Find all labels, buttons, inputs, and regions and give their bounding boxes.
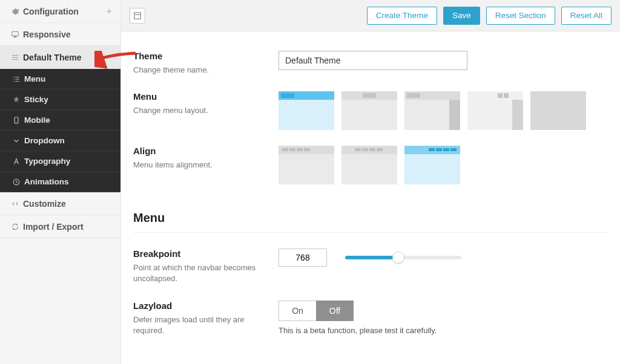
sidebar-item-configuration[interactable]: Configuration + — [0, 0, 120, 23]
expand-all-button[interactable] — [130, 8, 145, 24]
plus-icon: + — [107, 6, 112, 17]
sidebar-item-label: Dropdown — [24, 136, 112, 145]
lazyload-on-button[interactable]: On — [279, 301, 316, 321]
sidebar-item-label: Typography — [24, 157, 112, 166]
svg-point-1 — [16, 122, 16, 122]
breakpoint-input[interactable] — [279, 249, 327, 267]
sidebar-item-label: Customize — [23, 199, 112, 209]
clock-icon — [12, 178, 24, 186]
menu-layout-option-2[interactable] — [341, 91, 397, 130]
pin-icon — [12, 96, 24, 104]
mobile-icon — [12, 116, 24, 125]
sidebar-item-label: Mobile — [24, 115, 112, 125]
desktop-icon — [11, 30, 23, 39]
theme-name-input[interactable] — [279, 51, 467, 70]
sidebar-item-responsive[interactable]: Responsive — [0, 23, 120, 46]
svg-rect-3 — [134, 12, 141, 19]
submenu-mobile[interactable]: Mobile — [0, 110, 120, 131]
menu-layout-option-3[interactable] — [404, 91, 460, 130]
field-lazyload: Lazyload Defer images load until they ar… — [133, 296, 608, 347]
submenu-dropdown[interactable]: Dropdown — [0, 131, 120, 151]
field-desc: Point at which the navbar becomes uncoll… — [133, 262, 266, 284]
field-title: Menu — [133, 91, 266, 102]
field-theme: Theme Change theme name. — [133, 46, 608, 86]
lazyload-off-button[interactable]: Off — [316, 301, 354, 321]
code-icon — [11, 200, 23, 208]
field-desc: Change theme name. — [133, 65, 266, 76]
align-option-left[interactable] — [279, 146, 334, 184]
sidebar-item-label: Animations — [24, 177, 112, 186]
field-desc: Defer images load until they are require… — [133, 314, 266, 336]
sidebar-item-label: Import / Export — [23, 222, 112, 232]
font-icon — [12, 157, 24, 166]
menu-layout-option-5[interactable] — [530, 91, 586, 130]
sidebar-item-label: Menu — [24, 74, 112, 83]
field-menu-layout: Menu Change menu layout. — [133, 86, 608, 141]
align-option-center[interactable] — [341, 146, 397, 184]
field-title: Theme — [133, 51, 266, 61]
sidebar-item-label: Configuration — [23, 7, 107, 16]
field-title: Align — [133, 146, 266, 156]
field-title: Breakpoint — [133, 249, 266, 259]
topbar: Create Theme Save Reset Section Reset Al… — [121, 0, 620, 31]
sidebar-item-label: Default Theme — [23, 53, 112, 62]
field-desc: Menu items alignment. — [133, 160, 266, 171]
sidebar-item-label: Responsive — [23, 30, 112, 39]
submenu-typography[interactable]: Typography — [0, 151, 120, 172]
reset-section-button[interactable]: Reset Section — [486, 7, 555, 25]
lazyload-toggle: On Off — [279, 301, 354, 321]
content: Theme Change theme name. Menu Change men… — [121, 31, 620, 364]
field-desc: Change menu layout. — [133, 105, 266, 116]
align-option-right[interactable] — [404, 146, 460, 184]
sidebar: Configuration + Responsive Default Theme… — [0, 0, 121, 364]
refresh-icon — [11, 223, 23, 231]
sidebar-item-label: Sticky — [24, 95, 112, 104]
submenu-menu[interactable]: Menu — [0, 69, 120, 89]
field-align: Align Menu items alignment. — [133, 141, 608, 195]
field-title: Lazyload — [133, 301, 266, 311]
list-icon — [12, 75, 24, 83]
menu-layout-option-4[interactable] — [467, 91, 523, 130]
create-theme-button[interactable]: Create Theme — [367, 7, 437, 25]
submenu-sticky[interactable]: Sticky — [0, 89, 120, 110]
field-breakpoint: Breakpoint Point at which the navbar bec… — [133, 244, 608, 295]
chevron-down-icon — [12, 137, 24, 145]
breakpoint-slider[interactable] — [345, 253, 461, 262]
reset-all-button[interactable]: Reset All — [561, 7, 612, 25]
sidebar-item-customize[interactable]: Customize — [0, 192, 120, 215]
sidebar-submenu: Menu Sticky Mobile Dropdown Typography — [0, 69, 120, 192]
lazyload-hint: This is a beta function, please test it … — [279, 326, 608, 335]
menu-layout-option-1[interactable] — [279, 91, 334, 130]
sidebar-item-default-theme[interactable]: Default Theme — [0, 46, 120, 69]
section-title-menu: Menu — [133, 195, 608, 233]
gear-icon — [11, 7, 23, 16]
sidebar-item-import-export[interactable]: Import / Export — [0, 215, 120, 238]
submenu-animations[interactable]: Animations — [0, 172, 120, 192]
save-button[interactable]: Save — [443, 7, 480, 25]
menu-icon — [11, 53, 23, 62]
